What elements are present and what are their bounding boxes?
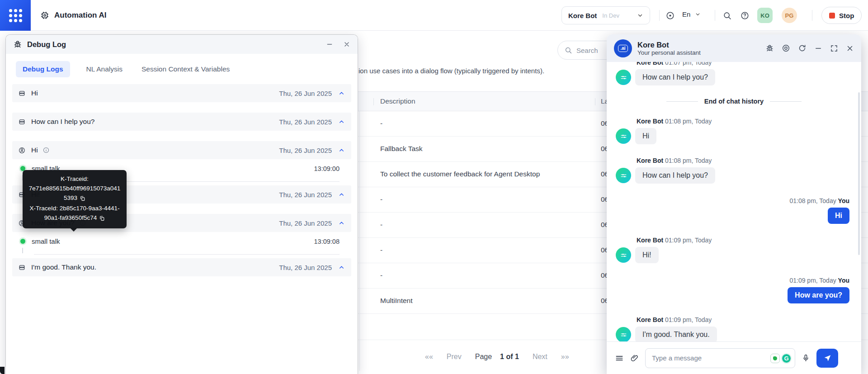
- log-date: Thu, 26 Jun 2025: [279, 191, 332, 199]
- chip-icon: [40, 10, 50, 20]
- avatar-initials: KO: [760, 12, 769, 19]
- chevron-up-icon[interactable]: [338, 264, 345, 271]
- chevron-down-icon: [637, 12, 643, 19]
- trace-k-value: 7e71e885615b40ff96915073a0415393: [29, 185, 120, 201]
- kore-bot-avatar: .ai: [614, 39, 632, 57]
- send-button[interactable]: [816, 349, 838, 368]
- attachment-icon[interactable]: [630, 354, 639, 362]
- fullscreen-icon[interactable]: [830, 44, 838, 52]
- divider: [715, 10, 715, 21]
- avatar-pg[interactable]: PG: [782, 8, 797, 23]
- divider: [812, 10, 812, 21]
- menu-icon[interactable]: [615, 354, 624, 363]
- column-header-description: Description: [380, 97, 415, 105]
- record-icon[interactable]: [782, 44, 790, 52]
- help-icon[interactable]: [740, 11, 750, 20]
- bot-message: How can I help you?: [616, 167, 852, 184]
- chevron-down-icon: [695, 11, 701, 17]
- message-bubble: Hi: [635, 128, 656, 144]
- log-row[interactable]: I'm good. Thank you. Thu, 26 Jun 2025: [12, 258, 351, 276]
- bot-message-avatar: [616, 70, 631, 85]
- app-launcher-button[interactable]: [0, 0, 31, 31]
- bot-icon: [18, 118, 26, 126]
- last-page-button[interactable]: »»: [561, 353, 569, 361]
- minimize-icon[interactable]: [326, 41, 333, 48]
- next-page-button[interactable]: Next: [533, 353, 547, 361]
- bot-message: I'm good. Thank you.: [616, 327, 852, 341]
- message-time: 01:09 pm, Today: [665, 237, 712, 244]
- microphone-icon[interactable]: [802, 354, 810, 362]
- log-date: Thu, 26 Jun 2025: [279, 147, 332, 154]
- page-description: ion use cases into a dialog flow (typica…: [359, 67, 544, 75]
- divider: [659, 10, 660, 21]
- bot-message: Hi: [616, 128, 852, 144]
- product-switcher[interactable]: Automation AI: [40, 0, 107, 31]
- prev-page-button[interactable]: Prev: [447, 353, 462, 361]
- user-message-bubble: Hi: [828, 208, 849, 224]
- bot-switcher[interactable]: Kore Bot In Dev: [561, 6, 650, 24]
- chevron-up-icon[interactable]: [338, 220, 345, 227]
- minimize-icon[interactable]: [814, 44, 822, 52]
- log-row[interactable]: Hi Thu, 26 Jun 2025: [12, 141, 351, 159]
- stop-label: Stop: [839, 12, 854, 19]
- log-row[interactable]: Hi Thu, 26 Jun 2025: [12, 84, 351, 102]
- bot-message: Hi!: [616, 247, 852, 263]
- message-input[interactable]: [652, 354, 766, 362]
- language-selector[interactable]: En: [682, 10, 701, 18]
- refresh-icon[interactable]: [798, 44, 807, 52]
- bot-message-avatar: [616, 168, 631, 183]
- product-title: Automation AI: [54, 11, 107, 20]
- log-row[interactable]: How can I help you? Thu, 26 Jun 2025: [12, 113, 351, 131]
- sender-name: Kore Bot: [637, 62, 663, 66]
- scrollbar[interactable]: [858, 92, 860, 255]
- message-meta: Kore Bot 01:08 pm, Today: [637, 118, 852, 125]
- tab-session-context[interactable]: Session Context & Variables: [139, 61, 232, 77]
- trace-x-value: X-TraceId: 2b85c170-9aa3-4441-90a1-fa936…: [29, 205, 119, 221]
- bot-message-avatar: [616, 128, 631, 144]
- top-bar: Automation AI Kore Bot In Dev En KO PG S…: [0, 0, 868, 31]
- window-corner: [0, 367, 5, 374]
- chevron-up-icon[interactable]: [338, 90, 345, 97]
- copy-icon[interactable]: [80, 195, 85, 201]
- chat-history-divider: End of chat history: [616, 98, 852, 105]
- chat-messages: Kore Bot 01:07 pm, Today How can I help …: [607, 62, 861, 341]
- debug-icon[interactable]: [765, 44, 774, 52]
- chat-widget: .ai Kore Bot Your personal assistant Kor…: [607, 34, 861, 374]
- close-icon[interactable]: [343, 41, 350, 48]
- record-icon[interactable]: [665, 11, 675, 20]
- sender-name: You: [838, 197, 849, 204]
- bug-icon: [13, 40, 22, 49]
- search-icon: [564, 46, 572, 54]
- close-icon[interactable]: [846, 44, 854, 52]
- chevron-up-icon[interactable]: [338, 147, 345, 154]
- chat-title: Kore Bot: [637, 40, 701, 50]
- copy-icon[interactable]: [99, 215, 105, 221]
- message-time: 01:07 pm, Today: [665, 62, 712, 66]
- cell-description: -: [380, 195, 382, 204]
- stop-button[interactable]: Stop: [821, 7, 862, 24]
- extension-badge-icon[interactable]: [770, 354, 780, 363]
- message-bubble: How can I help you?: [635, 167, 715, 184]
- bot-message-avatar: [616, 327, 631, 341]
- separator: [34, 254, 340, 255]
- message-time: 01:08 pm, Today: [665, 118, 712, 125]
- trace-tooltip: K-Traceid: 7e71e885615b40ff96915073a0415…: [23, 170, 127, 228]
- grammarly-icon[interactable]: G: [782, 354, 791, 363]
- column-divider: [373, 98, 374, 105]
- info-icon[interactable]: [42, 147, 50, 154]
- chevron-up-icon[interactable]: [338, 191, 345, 198]
- tab-nl-analysis[interactable]: NL Analysis: [84, 61, 125, 77]
- log-text: Hi: [31, 89, 38, 97]
- message-time: 01:09 pm, Today: [789, 277, 836, 284]
- search-icon[interactable]: [722, 11, 732, 20]
- log-text: How can I help you?: [31, 118, 94, 126]
- log-date: Thu, 26 Jun 2025: [279, 219, 332, 227]
- first-page-button[interactable]: ««: [425, 353, 433, 361]
- bot-name: Kore Bot: [568, 12, 597, 19]
- intent-time: 13:09:00: [314, 165, 340, 172]
- cell-description: -: [380, 271, 382, 279]
- avatar-ko[interactable]: KO: [757, 8, 773, 23]
- chevron-up-icon[interactable]: [338, 118, 345, 125]
- cell-description: -: [380, 119, 382, 128]
- tab-debug-logs[interactable]: Debug Logs: [16, 61, 70, 77]
